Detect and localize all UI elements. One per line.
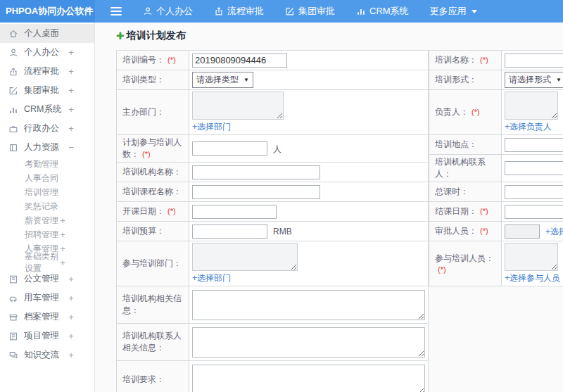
course-name-input[interactable]	[192, 185, 320, 199]
sidebar-subitem-hr-contract[interactable]: 人事合同	[0, 171, 94, 185]
car-icon	[8, 293, 18, 303]
org-info-textarea[interactable]	[192, 290, 425, 320]
sidebar-subitem-recruitment[interactable]: 招聘管理 +	[0, 227, 94, 241]
sidebar-item-documents[interactable]: 公文管理 +	[0, 270, 94, 289]
sidebar-item-knowledge[interactable]: 知识交流 +	[0, 346, 94, 365]
expand-icon[interactable]: +	[58, 258, 67, 268]
sidebar-subitem-label: 招聘管理	[25, 229, 58, 241]
topbar: PHPOA协同办公软件 个人办公 流程审批 集团审批 CRM系统 更多应用	[0, 0, 563, 23]
table-row: 结课日期：(*)	[429, 202, 563, 222]
sidebar-subitem-attendance[interactable]: 考勤管理	[0, 157, 94, 171]
expand-icon[interactable]: +	[67, 274, 75, 284]
chat-icon	[8, 350, 18, 360]
archive-icon	[8, 312, 18, 322]
select-participants-link[interactable]: +选择参与人员	[505, 272, 563, 284]
training-name-input[interactable]	[505, 53, 563, 68]
participating-departments-textarea[interactable]	[192, 243, 298, 271]
nav-personal-office[interactable]: 个人办公	[143, 5, 193, 18]
sidebar-subitem-salary[interactable]: 薪资管理 +	[0, 213, 94, 227]
briefcase-icon	[8, 124, 18, 134]
expand-icon[interactable]: +	[58, 229, 67, 240]
sidebar-item-projects[interactable]: 项目管理 +	[0, 327, 94, 346]
hamburger-menu-icon[interactable]	[110, 5, 122, 18]
select-approver-link[interactable]: +选择审批人员	[545, 227, 563, 236]
expand-icon[interactable]: +	[67, 66, 75, 77]
nav-crm-system[interactable]: CRM系统	[356, 5, 409, 18]
sidebar-item-vehicle[interactable]: 用车管理 +	[0, 289, 94, 308]
participants-textarea[interactable]	[505, 243, 558, 271]
select-leader-link[interactable]: +选择负责人	[505, 121, 563, 133]
sidebar-item-label: 用车管理	[24, 292, 67, 304]
org-name-input[interactable]	[192, 165, 320, 179]
expand-icon[interactable]: +	[67, 312, 75, 322]
sidebar-item-label: 项目管理	[24, 330, 67, 342]
sidebar-subitem-label: 人事合同	[25, 172, 58, 184]
training-requirements-textarea[interactable]	[192, 365, 425, 392]
sidebar-item-crm[interactable]: CRM系统 +	[0, 100, 94, 119]
page-title: ✚ 培训计划发布	[116, 30, 563, 42]
table-row: 开课日期：(*)	[117, 202, 429, 222]
expand-icon[interactable]: +	[67, 85, 75, 96]
nav-item-label: 更多应用	[430, 5, 467, 18]
leader-textarea[interactable]	[505, 91, 558, 120]
select-department-link[interactable]: +选择部门	[192, 272, 425, 284]
expand-icon[interactable]: +	[67, 293, 75, 303]
training-id-input[interactable]	[192, 53, 287, 68]
sidebar-subitem-reward-punishment[interactable]: 奖惩记录	[0, 199, 94, 213]
end-date-input[interactable]	[505, 205, 563, 219]
sidebar-item-archives[interactable]: 档案管理 +	[0, 308, 94, 327]
approval-flow-icon	[8, 67, 18, 77]
expand-icon[interactable]: +	[67, 123, 75, 134]
sidebar-item-hr[interactable]: 人力资源 −	[0, 138, 94, 157]
nav-group-approval[interactable]: 集团审批	[285, 5, 335, 18]
book-icon	[8, 143, 18, 153]
nav-more-apps[interactable]: 更多应用	[430, 5, 477, 18]
expand-icon[interactable]: +	[67, 331, 75, 341]
required-mark: (*)	[480, 207, 488, 215]
training-form-select[interactable]: 请选择形式▼	[505, 72, 563, 88]
collapse-icon[interactable]: −	[67, 142, 75, 153]
table-row: 培训机构名称：	[117, 163, 429, 182]
expand-icon[interactable]: +	[58, 244, 67, 254]
select-department-link[interactable]: +选择部门	[192, 121, 425, 133]
expand-icon[interactable]: +	[58, 215, 67, 226]
planned-participants-input[interactable]	[192, 141, 267, 156]
table-row: 主办部门： +选择部门	[117, 90, 429, 135]
caret-down-icon	[472, 10, 477, 13]
budget-input[interactable]	[192, 225, 267, 239]
field-label: 培训地点：	[435, 139, 477, 149]
training-type-select[interactable]: 请选择类型▼	[192, 72, 253, 88]
sidebar: 个人桌面 个人办公 + 流程审批 + 集团审批 + CRM系统 + 行政办公 +	[0, 23, 95, 392]
sidebar-item-admin-office[interactable]: 行政办公 +	[0, 119, 94, 138]
expand-icon[interactable]: +	[67, 47, 75, 58]
expand-icon[interactable]: +	[67, 104, 75, 115]
plus-icon: ✚	[116, 30, 125, 42]
sidebar-subitem-base-category[interactable]: 基础类别设置 +	[0, 255, 94, 270]
field-label: 参与培训人员：	[435, 253, 494, 263]
sidebar-item-personal-desktop[interactable]: 个人桌面	[0, 24, 94, 43]
user-icon	[143, 6, 153, 16]
field-label: 总课时：	[435, 186, 469, 196]
sidebar-item-group-approval[interactable]: 集团审批 +	[0, 81, 94, 100]
field-label: 培训机构名称：	[122, 167, 182, 177]
table-row: 计划参与培训人数：(*) 人	[117, 135, 429, 163]
sidebar-item-personal-office[interactable]: 个人办公 +	[0, 43, 94, 62]
host-department-textarea[interactable]	[192, 91, 284, 120]
form-table-left: 培训编号：(*) 培训类型： 请选择类型▼ 主办部门： +选择部门 计划参与培训…	[116, 50, 429, 392]
nav-process-approval[interactable]: 流程审批	[214, 5, 264, 18]
field-label: 计划参与培训人数：	[122, 137, 182, 159]
sidebar-subitem-training-management[interactable]: 培训管理	[0, 185, 94, 199]
expand-icon[interactable]: +	[67, 350, 75, 360]
org-contact-info-textarea[interactable]	[192, 327, 425, 358]
app-logo: PHPOA协同办公软件	[0, 0, 95, 23]
table-row: 培训机构联系人相关信息：	[117, 324, 429, 361]
crm-chart-icon	[356, 6, 366, 16]
total-hours-input[interactable]	[505, 185, 563, 199]
field-label: 培训机构联系人：	[435, 157, 486, 179]
start-date-input[interactable]	[192, 205, 277, 219]
approver-input[interactable]	[505, 225, 540, 239]
sidebar-item-label: 行政办公	[24, 122, 67, 134]
org-contact-input[interactable]	[505, 161, 563, 175]
location-input[interactable]	[505, 138, 563, 152]
sidebar-item-process-approval[interactable]: 流程审批 +	[0, 62, 94, 81]
